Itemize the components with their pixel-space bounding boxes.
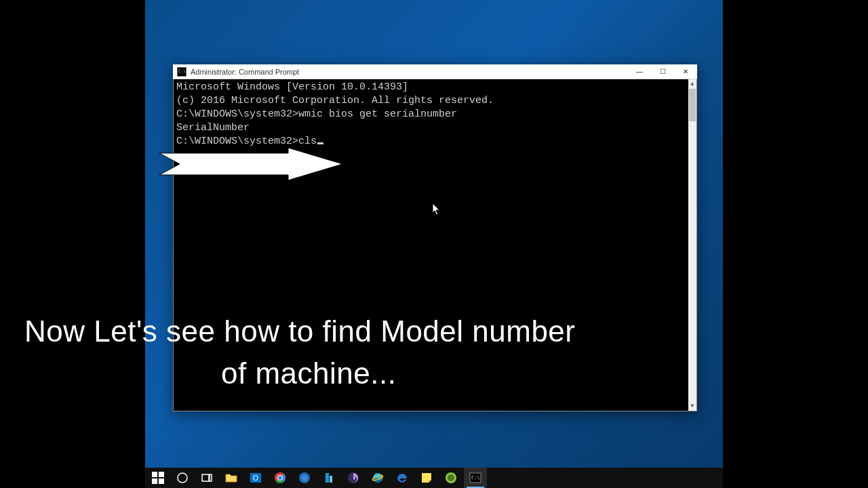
terminal-line: C:\WINDOWS\system32>cls <box>176 135 694 148</box>
svg-text:O: O <box>253 474 258 482</box>
svg-marker-1 <box>433 203 439 215</box>
close-button[interactable]: ✕ <box>674 64 697 79</box>
window-title: Administrator: Command Prompt <box>191 68 628 76</box>
text-cursor <box>317 142 323 144</box>
maximize-button[interactable]: ☐ <box>651 64 674 79</box>
svg-rect-19 <box>330 476 332 483</box>
scroll-up-button[interactable]: ▲ <box>688 79 696 89</box>
start-button[interactable] <box>146 468 170 488</box>
taskbar-app3[interactable] <box>342 468 365 488</box>
taskview-button[interactable] <box>195 468 218 488</box>
taskbar-explorer[interactable] <box>220 468 243 488</box>
edge-icon <box>396 472 408 484</box>
svg-rect-5 <box>159 479 164 484</box>
scrollbar-thumb[interactable] <box>689 89 696 121</box>
window-controls: — ☐ ✕ <box>628 64 697 79</box>
folder-icon <box>225 472 237 484</box>
taskbar-outlook[interactable]: O <box>244 468 267 488</box>
globe-icon <box>298 472 311 484</box>
terminal-output: SerialNumber <box>176 121 694 135</box>
taskbar: O C:\ <box>145 468 723 488</box>
taskview-icon <box>201 472 213 484</box>
window-titlebar[interactable]: Administrator: Command Prompt — ☐ ✕ <box>173 64 697 79</box>
swirl-icon <box>347 472 359 484</box>
cmd-taskbar-icon: C:\ <box>469 472 481 484</box>
svg-point-15 <box>278 476 282 480</box>
circle-icon <box>176 472 189 484</box>
cortana-button[interactable] <box>171 468 194 488</box>
taskbar-edge[interactable] <box>391 468 414 488</box>
windows-logo-icon <box>152 472 164 484</box>
taskbar-app1[interactable] <box>293 468 316 488</box>
caption-line1: Now Let's see how to find Model number <box>24 314 575 348</box>
svg-text:C:\: C:\ <box>471 475 480 481</box>
taskbar-qbit[interactable] <box>439 468 462 488</box>
svg-rect-18 <box>326 473 329 483</box>
svg-rect-7 <box>202 474 209 481</box>
sticky-note-icon <box>420 472 433 484</box>
svg-point-6 <box>178 473 187 483</box>
svg-rect-2 <box>152 472 157 477</box>
caption-line2: of machine... <box>24 352 662 394</box>
vertical-scrollbar[interactable]: ▲ ▼ <box>688 79 696 411</box>
taskbar-ie[interactable] <box>366 468 389 488</box>
building-icon <box>323 472 335 484</box>
qbit-icon <box>445 472 457 484</box>
chrome-icon <box>274 472 286 484</box>
taskbar-cmd[interactable]: C:\ <box>464 468 487 488</box>
svg-point-24 <box>448 474 454 481</box>
taskbar-app2[interactable] <box>317 468 340 488</box>
terminal-line: (c) 2016 Microsoft Corporation. All righ… <box>176 94 694 108</box>
terminal-line: Microsoft Windows [Version 10.0.14393] <box>176 81 694 94</box>
mouse-cursor-icon <box>433 203 441 216</box>
cmd-icon <box>177 67 186 77</box>
caption-overlay: Now Let's see how to find Model number o… <box>24 310 662 394</box>
scroll-down-button[interactable]: ▼ <box>688 401 696 411</box>
ie-icon <box>372 472 384 484</box>
taskbar-sticky[interactable] <box>415 468 438 488</box>
svg-point-17 <box>301 474 308 481</box>
minimize-button[interactable]: — <box>628 64 651 79</box>
taskbar-chrome[interactable] <box>269 468 292 488</box>
svg-rect-4 <box>152 479 157 484</box>
terminal-line: C:\WINDOWS\system32>wmic bios get serial… <box>176 108 694 121</box>
svg-rect-8 <box>210 474 212 481</box>
outlook-icon: O <box>250 472 262 484</box>
svg-rect-3 <box>159 472 164 477</box>
